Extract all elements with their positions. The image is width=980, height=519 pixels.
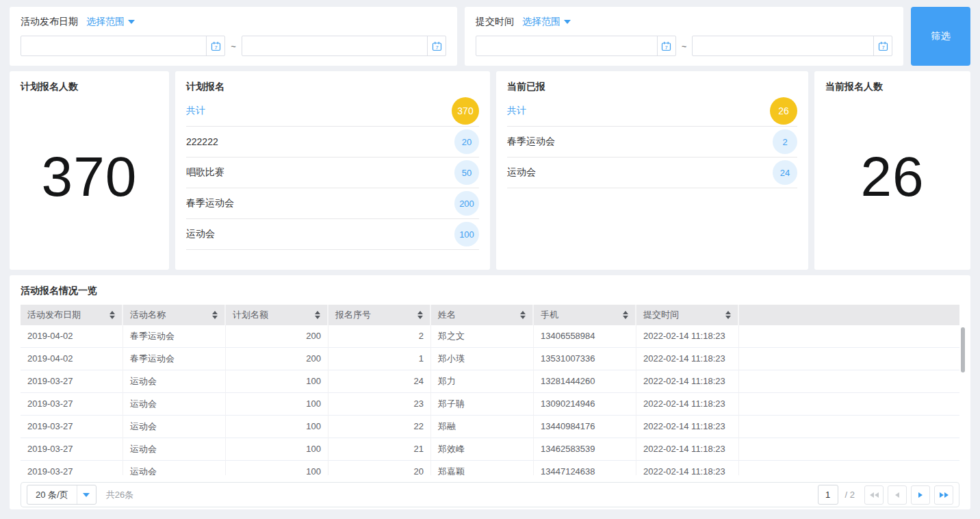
current-list: 共计26春季运动会2运动会24 [507, 96, 797, 188]
submit-time-end-field[interactable] [693, 36, 873, 55]
stat-total-link[interactable]: 共计 [186, 105, 205, 117]
table-row: 2019-03-27运动会10022郑融134409841762022-02-1… [21, 416, 959, 438]
stat-item-label: 春季运动会 [507, 136, 555, 148]
column-header[interactable]: 报名序号 [328, 305, 431, 325]
page-size-select[interactable]: 20 条/页 [27, 485, 96, 505]
table-cell-spacer [739, 325, 959, 348]
release-date-range-selector[interactable]: 选择范围 [86, 16, 135, 28]
table-cell: 郑嘉颖 [431, 461, 534, 475]
calendar-icon[interactable]: 7 [873, 36, 892, 55]
filter-button[interactable]: 筛选 [911, 7, 970, 66]
submit-time-range-selector[interactable]: 选择范围 [522, 16, 571, 28]
release-date-inputs: 7 ~ 7 [21, 36, 446, 56]
pagination-right: 1 / 2 [818, 485, 953, 505]
table-title: 活动报名情况一览 [21, 285, 959, 297]
planned-list: 共计37022222220唱歌比赛50春季运动会200运动会100 [186, 96, 479, 250]
page-size-value: 20 条/页 [27, 489, 77, 501]
submit-time-start-input[interactable]: 7 [476, 36, 676, 56]
table-cell: 2019-04-02 [21, 325, 123, 348]
stat-item-label: 唱歌比赛 [186, 166, 224, 179]
stat-count-badge: 26 [770, 97, 797, 125]
sort-desc-icon [623, 316, 628, 319]
column-header[interactable]: 提交时间 [636, 305, 739, 325]
table-cell: 2019-03-27 [21, 370, 123, 393]
table-cell-spacer [739, 416, 959, 438]
calendar-icon[interactable]: 7 [206, 36, 224, 55]
sort-icon [623, 311, 628, 319]
submit-time-start-field[interactable] [476, 36, 657, 55]
release-date-filter-panel: 活动发布日期 选择范围 7 ~ 7 [10, 7, 457, 66]
submit-time-filter-header: 提交时间 选择范围 [476, 16, 892, 28]
stat-list-item: 春季运动会2 [507, 127, 797, 157]
release-date-end-field[interactable] [242, 36, 427, 55]
registration-table: 活动发布日期活动名称计划名额报名序号姓名手机提交时间 2019-04-02春季运… [21, 305, 959, 475]
stat-count-badge: 50 [454, 160, 479, 185]
sort-asc-icon [520, 311, 526, 314]
sort-desc-icon [315, 316, 320, 319]
table-cell: 22 [328, 416, 431, 438]
table-cell: 郑子聃 [431, 393, 534, 416]
stat-count-badge: 100 [454, 222, 479, 246]
stat-total-link[interactable]: 共计 [507, 105, 526, 117]
submit-time-inputs: 7 ~ 7 [476, 36, 892, 56]
column-header[interactable]: 手机 [534, 305, 636, 325]
planned-list-card: 计划报名 共计37022222220唱歌比赛50春季运动会200运动会100 [175, 71, 490, 270]
sort-desc-icon [520, 316, 526, 319]
chevron-right-icon [918, 492, 923, 498]
sort-asc-icon [725, 311, 731, 314]
table-cell: 23 [328, 393, 431, 416]
double-chevron-left-icon [870, 492, 879, 498]
table-cell: 郑力 [431, 370, 534, 393]
sort-icon [725, 311, 731, 319]
table-cell: 13281444260 [534, 370, 636, 393]
current-total-card: 当前报名人数 26 [814, 71, 970, 270]
stat-list-item: 共计370 [186, 96, 479, 127]
release-date-start-field[interactable] [21, 36, 206, 55]
last-page-button[interactable] [934, 485, 953, 505]
column-header[interactable]: 计划名额 [226, 305, 328, 325]
prev-page-button[interactable] [888, 485, 907, 505]
table-cell: 2022-02-14 11:18:23 [636, 461, 739, 475]
table-cell: 200 [226, 325, 328, 348]
current-page-input[interactable]: 1 [818, 485, 838, 505]
calendar-icon[interactable]: 7 [657, 36, 675, 55]
sort-asc-icon [417, 311, 423, 314]
sort-icon [109, 311, 115, 319]
sort-desc-icon [212, 316, 218, 319]
first-page-button[interactable] [864, 485, 884, 505]
table-row: 2019-03-27运动会10021郑效峰134625835392022-02-… [21, 438, 959, 461]
stat-list-item: 共计26 [507, 96, 797, 127]
table-cell: 13462583539 [534, 438, 636, 461]
column-header[interactable]: 活动发布日期 [21, 305, 123, 325]
sort-icon [417, 311, 423, 319]
table-cell: 运动会 [123, 416, 226, 438]
release-date-end-input[interactable]: 7 [242, 36, 446, 56]
range-separator: ~ [682, 41, 687, 51]
next-page-button[interactable] [911, 485, 930, 505]
stat-item-label: 运动会 [186, 228, 215, 240]
table-cell: 郑效峰 [431, 438, 534, 461]
column-header[interactable]: 姓名 [431, 305, 534, 325]
table-cell: 郑小瑛 [431, 348, 534, 370]
submit-time-end-input[interactable]: 7 [692, 36, 892, 56]
column-header[interactable]: 活动名称 [123, 305, 226, 325]
current-list-title: 当前已报 [507, 81, 797, 93]
table-cell: 13090214946 [534, 393, 636, 416]
table-cell: 郑之文 [431, 325, 534, 348]
sort-icon [212, 311, 218, 319]
table-row: 2019-04-02春季运动会2001郑小瑛135310073362022-02… [21, 348, 959, 370]
svg-text:7: 7 [435, 44, 438, 50]
table-cell: 运动会 [123, 393, 226, 416]
table-cell: 2019-03-27 [21, 461, 123, 475]
scrollbar-thumb[interactable] [961, 327, 965, 372]
stat-count-badge: 200 [454, 191, 479, 216]
filter-bar: 活动发布日期 选择范围 7 ~ 7 提交时间 [10, 7, 970, 66]
svg-text:7: 7 [665, 44, 668, 50]
submit-time-range-label: 选择范围 [522, 16, 560, 28]
table-cell: 100 [226, 438, 328, 461]
sort-asc-icon [109, 311, 115, 314]
total-pages-label: / 2 [845, 490, 855, 500]
release-date-start-input[interactable]: 7 [21, 36, 225, 56]
calendar-icon[interactable]: 7 [427, 36, 446, 55]
table-cell-spacer [739, 370, 959, 393]
